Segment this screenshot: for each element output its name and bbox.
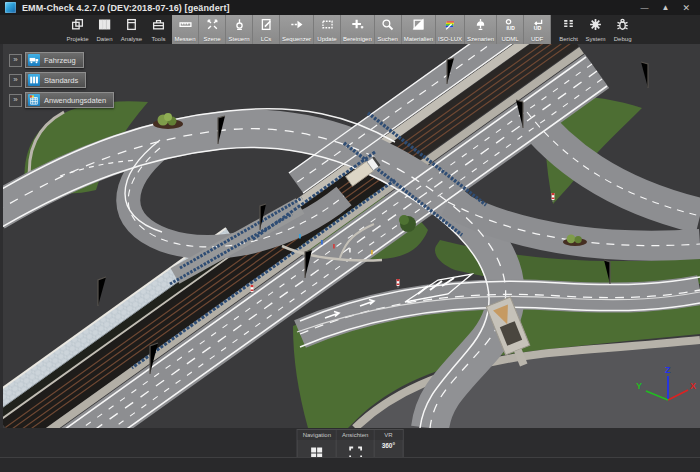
ribbon-tab-materialien[interactable]: Materialien (402, 15, 436, 44)
panel-button-standards[interactable]: Standards (25, 72, 86, 88)
axis-x-label: X (690, 381, 696, 391)
tools-icon (152, 17, 165, 31)
bericht-icon (562, 17, 575, 31)
panel-row-anwendungsdaten: »Anwendungsdaten (9, 92, 114, 108)
ribbon-tab-label: Analyse (121, 36, 142, 43)
messen-icon (179, 17, 192, 31)
ribbon-tab-label: Szenarien (467, 36, 494, 43)
ribbon-tab-label: Debug (614, 36, 632, 43)
panel-button-label: Standards (44, 76, 78, 85)
projekte-icon (71, 17, 84, 31)
vr-360-label: 360° (382, 442, 395, 449)
minimize-button[interactable]: — (641, 3, 649, 13)
ribbon-tab-sequenzer[interactable]: Sequenzer (280, 15, 314, 44)
iso-lux-icon (444, 17, 457, 31)
bottom-group-label: VR (374, 430, 402, 440)
daten-icon (98, 17, 111, 31)
ribbon-tab-lcs[interactable]: LCs (253, 15, 280, 44)
app-window: EMM-Check 4.2.7.0 (DEV:2018-07-16) [geän… (0, 0, 700, 472)
bereinigen-icon (351, 17, 364, 31)
ribbon-tab-analyse[interactable]: Analyse (118, 15, 145, 44)
ribbon-tab-label: Szene (203, 36, 220, 43)
ribbon-tab-label: UDML (502, 36, 519, 43)
materialien-icon (412, 17, 425, 31)
szenarien-icon (474, 17, 487, 31)
panel-button-fahrzeug[interactable]: Fahrzeug (25, 52, 84, 68)
expander-chevron-icon[interactable]: » (9, 94, 22, 107)
panel-button-label: Fahrzeug (44, 56, 76, 65)
ribbon-tab-update[interactable]: Update (314, 15, 341, 44)
ribbon-tab-bereinigen[interactable]: Bereinigen (341, 15, 375, 44)
udml-icon: IUD (504, 17, 517, 31)
steuern-icon (233, 17, 246, 31)
ribbon-tab-iso-lux[interactable]: ISO-LUX (436, 15, 465, 44)
ribbon-tab-label: Steuern (228, 36, 249, 43)
svg-text:UD: UD (533, 24, 541, 30)
ribbon-tab-label: Tools (151, 36, 165, 43)
ribbon-tab-label: Messen (174, 36, 195, 43)
panel-row-standards: »Standards (9, 72, 114, 88)
bottom-bar: NavigationAnsichtenVR360° (0, 428, 700, 457)
window-controls: — ▲ ✕ (641, 3, 700, 13)
ribbon-tab-label: ISO-LUX (438, 36, 462, 43)
system-icon (589, 17, 602, 31)
panel-button-anwendungsdaten[interactable]: Anwendungsdaten (25, 92, 114, 108)
ribbon-tab-system[interactable]: System (582, 15, 609, 44)
ribbon-tab-tools[interactable]: Tools (145, 15, 172, 44)
ribbon-group: MessenSzeneSteuernLCsSequenzerUpdateBere… (172, 15, 551, 44)
titlebar: EMM-Check 4.2.7.0 (DEV:2018-07-16) [geän… (0, 0, 700, 15)
ribbon-tab-szene[interactable]: Szene (199, 15, 226, 44)
szene-icon (206, 17, 219, 31)
ribbon-tab-bericht[interactable]: Bericht (555, 15, 582, 44)
window-title: EMM-Check 4.2.7.0 (DEV:2018-07-16) [geän… (22, 3, 230, 13)
sequenzer-icon (290, 17, 303, 31)
ribbon-tab-steuern[interactable]: Steuern (226, 15, 253, 44)
ribbon-tab-label: Sequenzer (282, 36, 311, 43)
ribbon-tab-label: Materialien (404, 36, 433, 43)
panel-row-fahrzeug: »Fahrzeug (9, 52, 114, 68)
ribbon-tab-label: Update (317, 36, 336, 43)
viewport-3d[interactable]: Z X Y »Fahrzeug»Standards»Anwendungsdate… (0, 44, 700, 428)
bottom-group-label: Ansichten (337, 430, 373, 440)
ribbon-tab-suchen[interactable]: Suchen (375, 15, 402, 44)
ribbon-tab-label: UDF (531, 36, 543, 43)
axis-z-label: Z (665, 365, 671, 375)
close-button[interactable]: ✕ (682, 3, 690, 13)
analyse-icon (125, 17, 138, 31)
expander-chevron-icon[interactable]: » (9, 74, 22, 87)
truck-icon (28, 54, 40, 66)
ribbon-tab-messen[interactable]: Messen (172, 15, 199, 44)
panel-button-label: Anwendungsdaten (44, 96, 106, 105)
axis-y-label: Y (636, 381, 642, 391)
suchen-icon (381, 17, 394, 31)
appdata-icon (28, 94, 40, 106)
side-panel: »Fahrzeug»Standards»Anwendungsdaten (9, 52, 114, 112)
expander-chevron-icon[interactable]: » (9, 54, 22, 67)
ribbon-tab-label: Bereinigen (343, 36, 372, 43)
ribbon-tab-szenarien[interactable]: Szenarien (465, 15, 497, 44)
ribbon: ProjekteDatenAnalyseToolsMessenSzeneSteu… (0, 15, 700, 44)
ribbon-tab-udml[interactable]: IUDUDML (497, 15, 524, 44)
ribbon-tab-udf[interactable]: UDUDF (524, 15, 551, 44)
ribbon-tab-label: Projekte (66, 36, 88, 43)
ribbon-tab-label: LCs (261, 36, 272, 43)
svg-text:IUD: IUD (506, 24, 515, 30)
ribbon-group: ProjekteDatenAnalyseTools (64, 15, 172, 44)
bottom-group-label: Navigation (298, 430, 336, 440)
app-icon (5, 2, 16, 13)
udf-icon: UD (531, 17, 544, 31)
ribbon-tab-label: Daten (96, 36, 112, 43)
update-icon (321, 17, 334, 31)
ribbon-tab-label: Bericht (559, 36, 578, 43)
maximize-button[interactable]: ▲ (662, 3, 670, 13)
lcs-icon (260, 17, 273, 31)
status-bar (0, 457, 700, 472)
ribbon-tab-projekte[interactable]: Projekte (64, 15, 91, 44)
standards-icon (28, 74, 40, 86)
ribbon-tab-daten[interactable]: Daten (91, 15, 118, 44)
ribbon-tab-label: System (586, 36, 606, 43)
ribbon-tab-label: Suchen (378, 36, 398, 43)
debug-icon (616, 17, 629, 31)
ribbon-group: BerichtSystemDebug (555, 15, 636, 44)
ribbon-tab-debug[interactable]: Debug (609, 15, 636, 44)
